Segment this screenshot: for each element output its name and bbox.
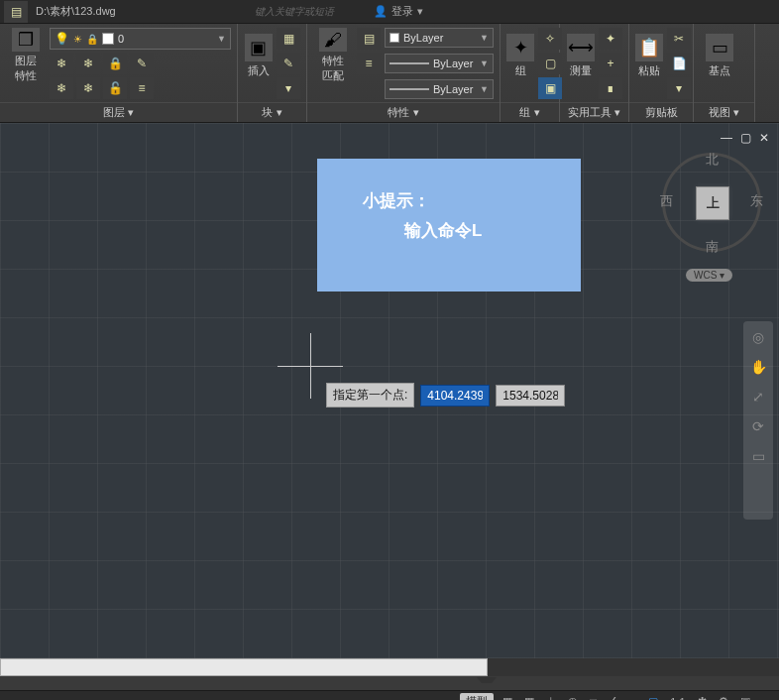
insert-label: 插入 xyxy=(248,63,270,78)
base-view-icon: ▭ xyxy=(706,34,733,61)
layer-name: 0 xyxy=(118,33,124,45)
block-insert-icon: ▣ xyxy=(245,34,273,61)
quick-calc-button[interactable]: + xyxy=(599,53,622,74)
viewcube-top-face[interactable]: 上 xyxy=(696,186,729,220)
lineweight-sample-icon xyxy=(390,62,429,64)
chevron-down-icon: ▾ xyxy=(417,5,423,18)
panel-group: ✦ 组 ✧ ▢ ▣ 组 ▾ xyxy=(501,24,560,122)
color-dropdown[interactable]: ByLayer▼ xyxy=(385,28,494,48)
nav-showmotion-button[interactable]: ▭ xyxy=(748,446,768,466)
props-palette-button[interactable]: ▤ xyxy=(357,28,381,50)
group-select-button[interactable]: ▣ xyxy=(538,77,562,99)
layer-isolate-button[interactable]: ≡ xyxy=(130,77,154,99)
viewport-maximize-button[interactable]: ▢ xyxy=(740,131,751,145)
match-props-icon: 🖌 xyxy=(319,28,347,52)
dyn-y-input[interactable] xyxy=(496,385,565,407)
edit-attr-button[interactable]: ▾ xyxy=(277,77,300,99)
ortho-toggle[interactable]: ⊥ xyxy=(543,695,559,700)
layer-match-button[interactable]: ✎ xyxy=(130,53,154,74)
spacer xyxy=(0,676,779,690)
transparency-toggle[interactable]: ▢ xyxy=(645,695,661,700)
panel-block: ▣ 插入 ▦ ✎ ▾ 块 ▾ xyxy=(238,24,307,122)
dynamic-input: 指定第一个点: xyxy=(326,383,565,408)
cut-button[interactable]: ✂ xyxy=(667,28,691,50)
compass-west[interactable]: 西 xyxy=(660,192,673,210)
wcs-label[interactable]: WCS ▾ xyxy=(686,269,732,282)
grid-toggle[interactable]: ▦ xyxy=(500,695,515,700)
annotation-toggle[interactable]: ✱ xyxy=(695,695,710,700)
help-search-hint[interactable]: 键入关键字或短语 xyxy=(255,5,334,19)
paste-button[interactable]: 📋 粘贴 xyxy=(635,28,663,83)
insert-block-button[interactable]: ▣ 插入 xyxy=(244,28,273,83)
compass-east[interactable]: 东 xyxy=(750,192,763,210)
lineweight-toggle[interactable]: ≡ xyxy=(627,696,639,701)
otrack-toggle[interactable]: ∠ xyxy=(606,695,621,700)
file-path: D:\素材\123.dwg xyxy=(28,4,116,19)
panel-label-view[interactable]: 视图 ▾ xyxy=(694,102,754,122)
viewcube[interactable]: 北 南 西 东 上 WCS ▾ xyxy=(662,153,761,282)
panel-label-layer[interactable]: 图层 ▾ xyxy=(0,102,237,122)
list-button[interactable]: ≡ xyxy=(357,53,381,74)
polar-toggle[interactable]: ◴ xyxy=(565,695,581,700)
group-edit-button[interactable]: ▢ xyxy=(538,53,562,74)
linetype-dropdown[interactable]: ByLayer▼ xyxy=(385,79,494,99)
lineweight-dropdown[interactable]: ByLayer▼ xyxy=(385,54,494,73)
base-view-button[interactable]: ▭ 基点 xyxy=(700,28,739,83)
panel-properties: 🖌 特性匹配 ▤ ≡ ByLayer▼ ByLayer▼ ByLayer▼ 特性… xyxy=(307,24,501,122)
panel-label-clip[interactable]: 剪贴板 xyxy=(629,102,693,122)
quick-access-icon[interactable]: ▤ xyxy=(4,1,28,23)
layer-unlock-button[interactable]: 🔓 xyxy=(103,77,127,99)
layer-lock-button[interactable]: 🔒 xyxy=(103,53,127,74)
dyn-x-input[interactable] xyxy=(420,385,490,407)
crosshair-vertical xyxy=(310,333,311,399)
ungroup-button[interactable]: ✧ xyxy=(538,28,562,50)
isolate-toggle[interactable]: ▣ xyxy=(737,695,753,700)
viewport-close-button[interactable]: ✕ xyxy=(759,131,769,145)
viewport-minimize-button[interactable]: — xyxy=(721,131,732,145)
nav-pan-button[interactable]: ✋ xyxy=(748,357,768,377)
copy-base-button[interactable]: ▾ xyxy=(667,77,691,99)
panel-label-utils[interactable]: 实用工具 ▾ xyxy=(560,102,628,122)
model-tab[interactable]: 模型 xyxy=(460,693,494,700)
layer-freeze-button[interactable]: ❄ xyxy=(76,53,100,74)
layer-on-button[interactable]: ❄ xyxy=(50,77,73,99)
nav-zoom-button[interactable]: ⤢ xyxy=(748,387,768,407)
ribbon: ❒ 图层特性 💡 ☀ 🔒 0 ▼ ❄ ❄ 🔒 ✎ ❄ xyxy=(0,24,779,123)
layer-off-button[interactable]: ❄ xyxy=(50,53,73,74)
workspace-switch[interactable]: ⚙ xyxy=(716,695,731,700)
layer-properties-button[interactable]: ❒ 图层特性 xyxy=(6,28,46,83)
group-button[interactable]: ✦ 组 xyxy=(506,28,534,83)
scale-display[interactable]: 1:1 xyxy=(667,696,688,701)
base-label: 基点 xyxy=(709,63,730,78)
copy-button[interactable]: 📄 xyxy=(667,53,691,74)
panel-label-props[interactable]: 特性 ▾ xyxy=(307,102,500,122)
drawing-area[interactable]: — ▢ ✕ 北 南 西 东 上 WCS ▾ 小提示： 输入命令L 指定第一个点:… xyxy=(0,123,779,658)
create-block-button[interactable]: ▦ xyxy=(277,28,300,50)
osnap-toggle[interactable]: □ xyxy=(587,696,600,701)
nav-orbit-button[interactable]: ⟳ xyxy=(748,416,768,436)
panel-label-group[interactable]: 组 ▾ xyxy=(501,102,559,122)
nav-wheel-button[interactable]: ◎ xyxy=(748,327,768,347)
tooltip-body: 输入命令L xyxy=(363,216,581,246)
compass-north[interactable]: 北 xyxy=(706,151,719,169)
match-props-button[interactable]: 🖌 特性匹配 xyxy=(313,28,353,83)
panel-layer: ❒ 图层特性 💡 ☀ 🔒 0 ▼ ❄ ❄ 🔒 ✎ ❄ xyxy=(0,24,238,122)
login-button[interactable]: 👤 登录 ▾ xyxy=(374,4,423,19)
snap-toggle[interactable]: ▦ xyxy=(521,695,537,700)
login-label: 登录 xyxy=(391,4,413,19)
select-all-button[interactable]: ✦ xyxy=(599,28,622,50)
panel-label-block[interactable]: 块 ▾ xyxy=(238,102,306,122)
layer-thaw-button[interactable]: ❄ xyxy=(76,77,100,99)
viewport-window-controls: — ▢ ✕ xyxy=(721,131,769,145)
layer-dropdown[interactable]: 💡 ☀ 🔒 0 ▼ xyxy=(50,28,231,50)
compass-south[interactable]: 南 xyxy=(706,238,719,256)
measure-button[interactable]: ⟷ 测量 xyxy=(566,28,595,83)
customize-status[interactable]: ≡ xyxy=(759,696,771,701)
dyn-prompt: 指定第一个点: xyxy=(326,383,414,408)
sun-icon: ☀ xyxy=(73,34,82,45)
command-line[interactable] xyxy=(0,658,488,676)
group-label: 组 xyxy=(515,63,526,78)
tooltip-box: 小提示： 输入命令L xyxy=(317,159,581,292)
edit-block-button[interactable]: ✎ xyxy=(277,53,300,74)
point-button[interactable]: ∎ xyxy=(599,77,622,99)
